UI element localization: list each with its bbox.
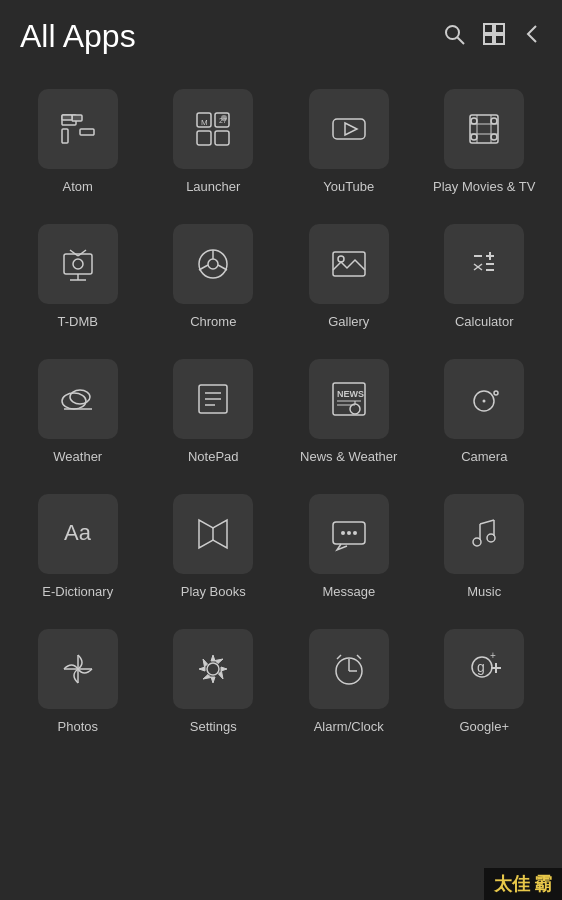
app-chrome[interactable]: Chrome: [146, 210, 282, 345]
notepad-label: NotePad: [188, 449, 239, 466]
app-gallery[interactable]: Gallery: [281, 210, 417, 345]
app-launcher[interactable]: M 27 Launcher: [146, 75, 282, 210]
app-settings[interactable]: Settings: [146, 615, 282, 750]
app-message[interactable]: Message: [281, 480, 417, 615]
svg-line-38: [199, 265, 208, 270]
app-music[interactable]: Music: [417, 480, 553, 615]
camera-label: Camera: [461, 449, 507, 466]
svg-marker-19: [345, 123, 357, 135]
app-calculator[interactable]: Calculator: [417, 210, 553, 345]
svg-line-82: [337, 655, 341, 659]
camera-icon-bg: [444, 359, 524, 439]
google-plus-label: Google+: [459, 719, 509, 736]
message-icon-bg: [309, 494, 389, 574]
app-notepad[interactable]: NotePad: [146, 345, 282, 480]
play-movies-label: Play Movies & TV: [433, 179, 535, 196]
svg-text:Aa: Aa: [64, 520, 92, 545]
google-plus-icon-bg: g +: [444, 629, 524, 709]
svg-point-63: [483, 399, 486, 402]
weather-icon-bg: [38, 359, 118, 439]
e-dictionary-label: E-Dictionary: [42, 584, 113, 601]
gallery-label: Gallery: [328, 314, 369, 331]
svg-rect-40: [333, 252, 365, 276]
svg-rect-9: [72, 115, 82, 121]
gallery-icon-bg: [309, 224, 389, 304]
page-title: All Apps: [20, 18, 136, 55]
svg-rect-13: [197, 131, 211, 145]
svg-text:+: +: [490, 650, 496, 661]
calculator-icon-bg: [444, 224, 524, 304]
play-books-icon-bg: [173, 494, 253, 574]
chrome-icon-bg: [173, 224, 253, 304]
svg-point-64: [494, 391, 498, 395]
alarm-clock-label: Alarm/Clock: [314, 719, 384, 736]
header-actions: [442, 22, 542, 52]
news-weather-label: News & Weather: [300, 449, 397, 466]
search-icon[interactable]: [442, 22, 466, 52]
svg-point-20: [471, 118, 477, 124]
svg-text:M: M: [201, 118, 208, 127]
svg-point-74: [473, 538, 481, 546]
play-movies-icon-bg: [444, 89, 524, 169]
photos-label: Photos: [58, 719, 98, 736]
svg-line-34: [78, 250, 86, 256]
t-dmb-label: T-DMB: [58, 314, 98, 331]
music-label: Music: [467, 584, 501, 601]
svg-rect-18: [333, 119, 365, 139]
app-play-movies[interactable]: Play Movies & TV: [417, 75, 553, 210]
svg-point-69: [347, 531, 351, 535]
message-label: Message: [322, 584, 375, 601]
app-news-weather[interactable]: NEWS News & Weather: [281, 345, 417, 480]
svg-point-23: [491, 134, 497, 140]
launcher-icon-bg: M 27: [173, 89, 253, 169]
svg-line-39: [218, 265, 227, 270]
svg-rect-29: [64, 254, 92, 274]
alarm-clock-icon-bg: [309, 629, 389, 709]
svg-point-22: [471, 134, 477, 140]
weather-label: Weather: [53, 449, 102, 466]
app-atom[interactable]: Atom: [10, 75, 146, 210]
app-alarm-clock[interactable]: Alarm/Clock: [281, 615, 417, 750]
svg-text:NEWS: NEWS: [337, 389, 364, 399]
youtube-label: YouTube: [323, 179, 374, 196]
svg-rect-7: [62, 129, 68, 143]
app-photos[interactable]: Photos: [10, 615, 146, 750]
t-dmb-icon-bg: [38, 224, 118, 304]
app-t-dmb[interactable]: T-DMB: [10, 210, 146, 345]
launcher-label: Launcher: [186, 179, 240, 196]
svg-point-78: [207, 663, 219, 675]
back-icon[interactable]: [522, 22, 542, 52]
chrome-label: Chrome: [190, 314, 236, 331]
settings-icon-bg: [173, 629, 253, 709]
svg-point-50: [70, 390, 90, 404]
svg-line-83: [357, 655, 361, 659]
svg-point-21: [491, 118, 497, 124]
notepad-icon-bg: [173, 359, 253, 439]
svg-rect-5: [495, 35, 504, 44]
svg-point-68: [341, 531, 345, 535]
app-youtube[interactable]: YouTube: [281, 75, 417, 210]
app-google-plus[interactable]: g + Google+: [417, 615, 553, 750]
app-weather[interactable]: Weather: [10, 345, 146, 480]
app-e-dictionary[interactable]: Aa E-Dictionary: [10, 480, 146, 615]
photos-icon-bg: [38, 629, 118, 709]
svg-point-32: [73, 259, 83, 269]
news-weather-icon-bg: NEWS: [309, 359, 389, 439]
play-books-label: Play Books: [181, 584, 246, 601]
svg-rect-14: [215, 131, 229, 145]
svg-rect-24: [470, 115, 498, 143]
atom-label: Atom: [63, 179, 93, 196]
svg-point-75: [487, 534, 495, 542]
e-dictionary-icon-bg: Aa: [38, 494, 118, 574]
calculator-label: Calculator: [455, 314, 514, 331]
svg-line-71: [480, 520, 494, 524]
svg-point-70: [353, 531, 357, 535]
app-camera[interactable]: Camera: [417, 345, 553, 480]
svg-rect-10: [62, 115, 72, 120]
atom-icon-bg: [38, 89, 118, 169]
grid-view-icon[interactable]: [482, 22, 506, 52]
settings-label: Settings: [190, 719, 237, 736]
app-header: All Apps: [0, 0, 562, 65]
svg-line-1: [458, 37, 465, 44]
app-play-books[interactable]: Play Books: [146, 480, 282, 615]
